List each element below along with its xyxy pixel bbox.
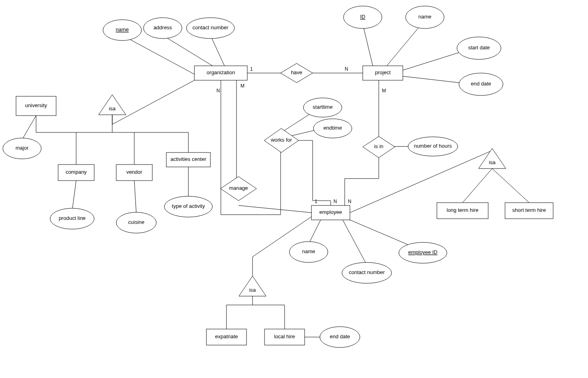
card-org-have: 1 (250, 66, 253, 72)
svg-text:is in: is in (374, 143, 383, 149)
svg-text:vendor: vendor (126, 169, 142, 175)
svg-line-4 (363, 24, 373, 66)
attr-worksfor-start: starttime (303, 98, 342, 117)
entity-activities-center: activities center (166, 152, 210, 167)
entity-local-hire: local hire (265, 329, 305, 345)
svg-line-27 (350, 220, 418, 249)
attr-org-contact: contact number (186, 18, 234, 39)
svg-text:type of activity: type of activity (172, 203, 205, 209)
svg-text:have: have (291, 69, 302, 75)
svg-line-2 (210, 35, 224, 66)
card-proj-isin: M (382, 88, 386, 93)
svg-line-25 (309, 220, 321, 244)
svg-text:project: project (375, 69, 390, 75)
rel-have: have (281, 63, 313, 83)
svg-text:employee: employee (319, 209, 342, 215)
svg-text:product line: product line (59, 215, 85, 221)
svg-text:endtime: endtime (323, 125, 342, 131)
entity-short-term-hire: short term hire (505, 203, 553, 219)
entity-vendor: vendor (116, 165, 152, 181)
svg-line-14 (22, 116, 36, 140)
attr-activity-type: type of activity (164, 196, 212, 217)
er-diagram: 1 N M N M 1 N N organization project uni… (0, 0, 588, 378)
svg-text:address: address (154, 24, 172, 30)
svg-line-26 (343, 220, 367, 265)
entity-expatriate: expatriate (206, 329, 247, 345)
svg-text:major: major (16, 145, 29, 151)
card-emp-works: N (333, 199, 337, 204)
svg-text:organization: organization (207, 69, 235, 75)
svg-marker-69 (479, 148, 506, 169)
svg-marker-65 (99, 95, 126, 115)
rel-is-in: is in (363, 136, 395, 158)
entity-project: project (363, 66, 403, 80)
svg-text:employee ID: employee ID (408, 249, 438, 255)
svg-text:isa: isa (109, 106, 116, 112)
attr-proj-name: name (406, 6, 444, 28)
svg-text:number of hours: number of hours (414, 143, 452, 149)
entity-company: company (58, 165, 94, 181)
attr-org-name: name (103, 20, 141, 41)
svg-text:name: name (116, 26, 129, 33)
svg-text:activities center: activities center (170, 156, 206, 162)
svg-text:isa: isa (249, 287, 256, 293)
svg-line-15 (72, 181, 76, 211)
card-emp-manage: 1 (315, 199, 317, 204)
svg-text:expatriate: expatriate (215, 333, 238, 339)
attr-emp-id: employee ID (399, 242, 447, 263)
card-org-works: M (240, 83, 244, 89)
svg-text:manage: manage (229, 185, 248, 191)
entity-organization: organization (194, 66, 247, 80)
svg-text:start date: start date (468, 45, 490, 51)
entity-employee: employee (311, 205, 350, 220)
attr-vendor-cuisine: cuisine (116, 212, 156, 233)
rel-manage: manage (220, 177, 257, 201)
attr-localhire-end: end date (320, 327, 360, 348)
card-emp-isin: N (348, 199, 352, 204)
svg-text:long term hire: long term hire (447, 207, 478, 213)
svg-text:university: university (25, 102, 47, 108)
svg-line-34 (492, 169, 529, 203)
card-org-manage: N (216, 88, 220, 93)
svg-text:name: name (418, 14, 432, 20)
svg-text:works for: works for (271, 137, 292, 143)
svg-text:short term hire: short term hire (512, 207, 546, 213)
svg-text:name: name (302, 248, 315, 254)
svg-line-0 (122, 35, 194, 74)
attr-worksfor-end: endtime (313, 119, 352, 138)
svg-text:starttime: starttime (313, 104, 333, 110)
attr-univ-major: major (3, 138, 41, 159)
entity-long-term-hire: long term hire (437, 203, 488, 219)
attr-emp-contact: contact number (342, 262, 392, 283)
attr-org-address: address (143, 18, 182, 39)
attr-proj-start: start date (457, 37, 501, 59)
attr-proj-id: ID (344, 6, 382, 28)
attr-emp-name: name (289, 242, 328, 262)
card-proj-have: N (345, 66, 348, 72)
attr-company-product: product line (50, 208, 94, 229)
svg-text:contact number: contact number (349, 269, 385, 275)
rel-works-for: works for (264, 128, 299, 152)
isa-employee: isa (239, 276, 266, 296)
attr-isin-hours: number of hours (408, 137, 458, 156)
svg-text:end date: end date (330, 333, 350, 339)
svg-line-22 (238, 205, 311, 213)
svg-text:local hire: local hire (274, 333, 295, 339)
svg-text:end date: end date (471, 81, 491, 87)
svg-line-16 (134, 181, 136, 213)
svg-text:contact number: contact number (192, 24, 228, 30)
entity-university: university (16, 96, 56, 116)
svg-text:ID: ID (360, 14, 366, 20)
svg-text:isa: isa (489, 159, 496, 165)
svg-marker-67 (239, 276, 266, 296)
svg-text:cuisine: cuisine (128, 219, 144, 225)
isa-organization: isa (99, 95, 126, 115)
svg-line-33 (463, 169, 492, 203)
isa-hire: isa (479, 148, 506, 169)
attr-proj-end: end date (459, 73, 503, 96)
svg-text:company: company (66, 169, 87, 175)
